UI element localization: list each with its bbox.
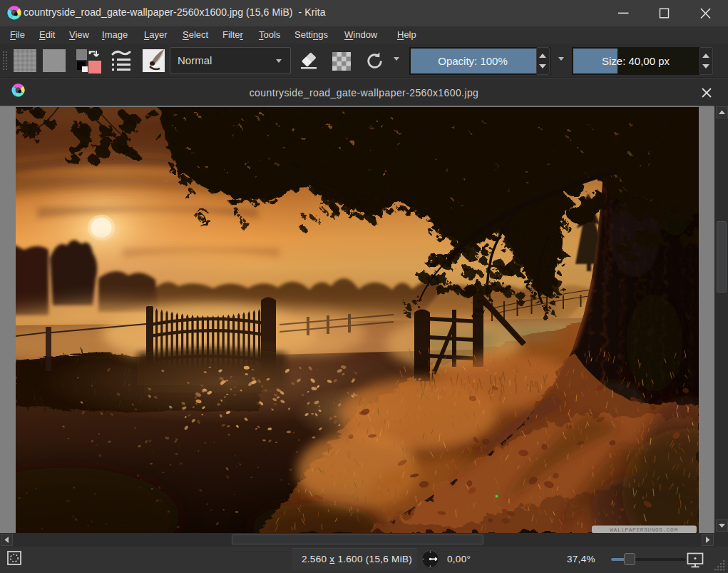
svg-text:WALLPAPERSUNOS.COM: WALLPAPERSUNOS.COM — [610, 527, 677, 533]
